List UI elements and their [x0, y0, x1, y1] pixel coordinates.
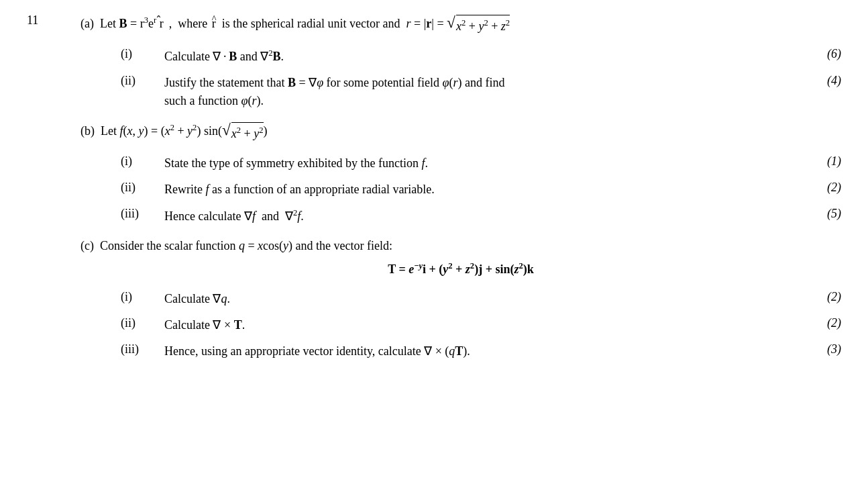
part-a-intro: (a) Let B = r3er r̂, where r^ is the sph…: [80, 13, 841, 36]
part-b-intro: (b) Let f(x, y) = (x2 + y2) sin(√x2 + y2…: [80, 121, 841, 144]
subpart-b-ii-marks: (2): [821, 181, 841, 195]
part-c-subpart-iii: (iii) Hence, using an appropriate vector…: [121, 342, 841, 360]
question-number: 11: [27, 13, 80, 371]
subpart-a-i-text: Calculate ∇ · B and ∇2B.: [164, 47, 841, 66]
part-b-subparts: (i) State the type of symmetry exhibited…: [121, 154, 841, 226]
part-c-subparts: (i) Calculate ∇q. (2) (ii) Calculate ∇ ×…: [121, 290, 841, 360]
subpart-b-iii-text: Hence calculate ∇f and ∇2f.: [164, 207, 841, 226]
subpart-c-i-text: Calculate ∇q.: [164, 290, 841, 308]
part-a: (a) Let B = r3er r̂, where r^ is the sph…: [80, 13, 841, 110]
question-block: 11 (a) Let B = r3er r̂, where r^ is the …: [27, 13, 841, 371]
part-a-label-inline: (a): [80, 17, 100, 30]
subpart-b-i-text: State the type of symmetry exhibited by …: [164, 154, 841, 173]
subpart-b-i-marks: (1): [821, 154, 841, 168]
subpart-a-i-label: (i): [121, 47, 164, 61]
subpart-a-ii-text: Justify the statement that B = ∇φ for so…: [164, 74, 841, 110]
subpart-c-ii-label: (ii): [121, 316, 164, 330]
subpart-b-ii-text: Rewrite f as a function of an appropriat…: [164, 181, 841, 199]
part-b-subpart-iii: (iii) Hence calculate ∇f and ∇2f. (5): [121, 207, 841, 226]
subpart-a-ii-label: (ii): [121, 74, 164, 88]
question-body: (a) Let B = r3er r̂, where r^ is the sph…: [80, 13, 841, 371]
subpart-c-iii-marks: (3): [821, 342, 841, 356]
part-c-intro: (c) Consider the scalar function q = xco…: [80, 236, 841, 280]
part-a-subparts: (i) Calculate ∇ · B and ∇2B. (6) (ii) Ju…: [121, 47, 841, 110]
subpart-b-iii-marks: (5): [821, 207, 841, 221]
part-b-label-inline: (b): [80, 124, 101, 138]
part-b-subpart-ii: (ii) Rewrite f as a function of an appro…: [121, 181, 841, 199]
part-c-subpart-i: (i) Calculate ∇q. (2): [121, 290, 841, 308]
subpart-a-ii-marks: (4): [821, 74, 841, 88]
part-c-label-inline: (c): [80, 239, 100, 252]
part-b: (b) Let f(x, y) = (x2 + y2) sin(√x2 + y2…: [80, 121, 841, 226]
page-content: 11 (a) Let B = r3er r̂, where r^ is the …: [27, 13, 841, 371]
subpart-c-iii-label: (iii): [121, 342, 164, 356]
part-c: (c) Consider the scalar function q = xco…: [80, 236, 841, 361]
subpart-a-i-marks: (6): [821, 47, 841, 61]
subpart-b-iii-label: (iii): [121, 207, 164, 221]
subpart-b-ii-label: (ii): [121, 181, 164, 195]
part-c-subpart-ii: (ii) Calculate ∇ × T. (2): [121, 316, 841, 334]
vector-field-equation: T = e−yi + (y2 + z2)j + sin(z2)k: [80, 259, 841, 279]
subpart-c-ii-text: Calculate ∇ × T.: [164, 316, 841, 334]
subpart-c-ii-marks: (2): [821, 316, 841, 330]
subpart-c-i-marks: (2): [821, 290, 841, 304]
part-b-subpart-i: (i) State the type of symmetry exhibited…: [121, 154, 841, 173]
subpart-c-i-label: (i): [121, 290, 164, 304]
part-a-subpart-ii: (ii) Justify the statement that B = ∇φ f…: [121, 74, 841, 110]
part-a-subpart-i: (i) Calculate ∇ · B and ∇2B. (6): [121, 47, 841, 66]
subpart-c-iii-text: Hence, using an appropriate vector ident…: [164, 342, 841, 360]
subpart-b-i-label: (i): [121, 154, 164, 168]
